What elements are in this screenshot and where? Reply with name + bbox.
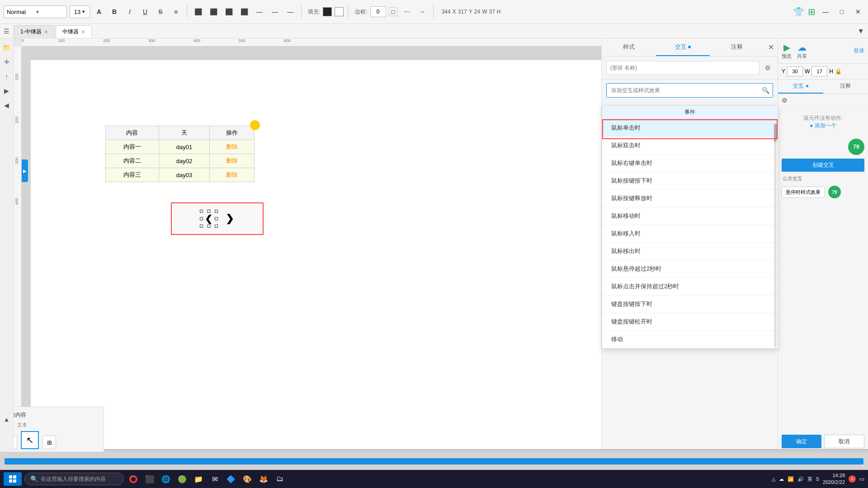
td-delete1[interactable]: 删除 <box>210 140 255 154</box>
taskbar-app2-icon[interactable]: 🎨 <box>241 472 254 486</box>
dropdown-item-8[interactable]: 鼠标悬停超过2秒时 <box>602 260 778 278</box>
border-arrow-btn[interactable]: → <box>416 5 429 18</box>
dropdown-item-2[interactable]: 鼠标右键单击时 <box>602 155 778 172</box>
sidebar-arrow-icon[interactable]: ↑ <box>1 71 12 82</box>
sidebar-move-icon[interactable]: ✛ <box>1 56 12 67</box>
cancel-btn[interactable]: 取消 <box>824 435 865 448</box>
tab-1-repeater[interactable]: 1-中继器 ✕ <box>14 25 55 38</box>
nav-widget[interactable]: ❮ ❯ <box>171 202 264 235</box>
search-input[interactable] <box>606 83 773 98</box>
taskbar-task-view[interactable]: ⬛ <box>143 472 156 486</box>
dropdown-item-3[interactable]: 鼠标按键按下时 <box>602 172 778 190</box>
expand-bar[interactable] <box>5 458 863 465</box>
taskbar-app1-icon[interactable]: 🔷 <box>224 472 238 486</box>
preview-btn[interactable]: ▶ 预览 <box>782 42 792 60</box>
taskbar-search[interactable]: 🔍 在这里输入你要搜索的内容 <box>24 473 124 485</box>
ok-btn[interactable]: 确定 <box>782 435 821 448</box>
maximize-btn[interactable]: □ <box>835 5 848 18</box>
taskbar-folder-icon[interactable]: 📁 <box>192 472 205 486</box>
border-dots-btn[interactable]: ⋯ <box>401 5 413 18</box>
list-btn[interactable]: ≡ <box>170 5 182 18</box>
fr-add-one[interactable]: ● 添加一个 <box>810 122 836 129</box>
show-desktop-btn[interactable]: ▭ <box>859 476 864 482</box>
dropdown-item-11[interactable]: 键盘按键松开时 <box>602 313 778 331</box>
sidebar-expand-icon[interactable]: ▶ <box>1 85 12 96</box>
share-btn[interactable]: ☁ 共享 <box>797 42 807 60</box>
underline-btn[interactable]: U <box>139 5 151 18</box>
dropdown-item-4[interactable]: 鼠标按键释放时 <box>602 190 778 207</box>
td-delete3[interactable]: 删除 <box>210 168 255 182</box>
hover-green-circle[interactable]: 79 <box>828 186 841 198</box>
hover-style-btn[interactable]: 悬停时样式效果 <box>782 187 825 198</box>
dropdown-item-5[interactable]: 鼠标移动时 <box>602 207 778 225</box>
widget-icon-2[interactable]: ↖ <box>21 431 39 449</box>
dropdown-item-9[interactable]: 鼠标点击并保持超过2秒时 <box>602 278 778 296</box>
left-expand-btn[interactable]: ▶ <box>22 160 28 182</box>
fr-settings-icon[interactable]: ⚙ <box>782 97 788 104</box>
line-style1-btn[interactable]: — <box>253 5 266 18</box>
strikethrough-btn[interactable]: S <box>154 5 167 18</box>
taskbar-cortana[interactable]: ⭕ <box>127 472 140 486</box>
font-color-btn[interactable]: A <box>93 5 105 18</box>
sidebar-folder-icon[interactable]: 📁 <box>1 42 12 53</box>
volume-icon[interactable]: 🔊 <box>797 476 804 482</box>
nav-right-arrow-icon[interactable]: ❯ <box>226 213 234 225</box>
fr-w-input[interactable] <box>811 66 827 76</box>
fr-tab-note[interactable]: 注释 <box>823 80 868 94</box>
fr-tab-interact[interactable]: 交互 <box>778 80 823 94</box>
dropdown-item-12[interactable]: 移动 <box>602 331 778 348</box>
align-center-btn[interactable]: ⬛ <box>207 5 220 18</box>
page-nav-icon[interactable]: ☰ <box>4 28 9 35</box>
taskbar-browser-icon[interactable]: 🌐 <box>159 472 173 486</box>
tab-note[interactable]: 注释 <box>710 38 764 56</box>
dropdown-pages-btn[interactable]: ▼ <box>857 27 864 35</box>
widget-icon-3[interactable]: ⊞ <box>42 436 56 449</box>
tab-style[interactable]: 样式 <box>602 38 656 56</box>
dropdown-item-7[interactable]: 鼠标移出时 <box>602 243 778 260</box>
dropdown-item-0[interactable]: 鼠标单击时 <box>602 119 778 137</box>
tab-interact[interactable]: 交互 <box>656 38 710 56</box>
dropdown-item-10[interactable]: 键盘按键按下时 <box>602 296 778 313</box>
nav-left-arrow-selected[interactable]: ❮ <box>201 211 217 226</box>
taskbar-firefox-icon[interactable]: 🦊 <box>257 472 270 486</box>
tab2-close[interactable]: ✕ <box>81 29 85 34</box>
shirt-icon[interactable]: 👕 <box>793 6 804 17</box>
italic-btn[interactable]: I <box>123 5 136 18</box>
align-justify-btn[interactable]: ⬛ <box>238 5 250 18</box>
dropdown-item-1[interactable]: 鼠标双击时 <box>602 137 778 155</box>
font-size-box[interactable]: 13 ▼ <box>70 5 90 18</box>
search-icon-btn[interactable]: 🔍 <box>762 87 769 94</box>
ime-icon[interactable]: S <box>816 476 819 482</box>
minimize-btn[interactable]: — <box>819 5 832 18</box>
align-left-btn[interactable]: ⬛ <box>192 5 204 18</box>
login-btn[interactable]: 登录 <box>854 47 864 55</box>
cloud-icon[interactable]: ☁ <box>779 476 784 482</box>
taskbar-email-icon[interactable]: ✉ <box>208 472 222 486</box>
line-style3-btn[interactable]: — <box>284 5 297 18</box>
close-btn[interactable]: ✕ <box>852 5 864 18</box>
network-icon[interactable]: 📶 <box>788 476 794 482</box>
tab1-close[interactable]: ✕ <box>44 29 48 34</box>
taskbar-files-icon[interactable]: 🗂 <box>273 472 287 486</box>
notification-badge[interactable]: 3 <box>849 475 856 483</box>
td-delete2[interactable]: 删除 <box>210 154 255 168</box>
settings-icon-btn[interactable]: ⚙ <box>762 62 773 73</box>
up-arrow-icon[interactable]: △ <box>772 476 775 482</box>
style-dropdown[interactable]: Normal ▼ <box>4 5 67 18</box>
border-input[interactable] <box>370 6 386 17</box>
border-style-btn[interactable]: □ <box>389 7 398 16</box>
start-btn[interactable] <box>4 472 22 486</box>
grid-icon[interactable]: ⊞ <box>808 6 816 17</box>
line-style2-btn[interactable]: — <box>269 5 281 18</box>
sidebar-bottom-icon[interactable]: ▲ <box>1 414 12 425</box>
shape-name-input[interactable] <box>606 61 760 75</box>
fr-green-circle[interactable]: 79 <box>848 139 864 155</box>
panel-close-btn[interactable]: ✕ <box>764 41 778 54</box>
fill-color-swatch[interactable] <box>323 7 332 16</box>
fr-y-input[interactable] <box>787 66 803 76</box>
sidebar-left-panel-icon[interactable]: ◀ <box>1 100 12 111</box>
taskbar-chrome-icon[interactable]: 🟢 <box>175 472 189 486</box>
bold-btn[interactable]: B <box>108 5 121 18</box>
fill-color-swatch2[interactable] <box>335 7 344 16</box>
create-interaction-btn[interactable]: 创建交互 <box>782 159 864 172</box>
